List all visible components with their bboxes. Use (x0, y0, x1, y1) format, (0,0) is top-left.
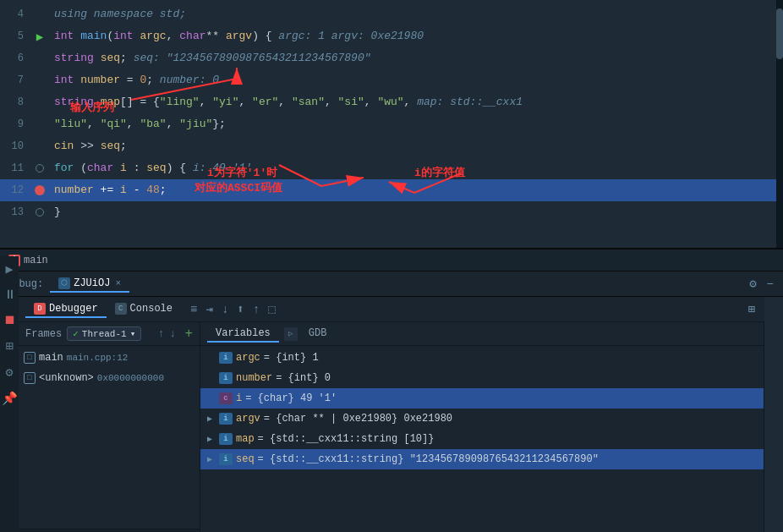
vars-tab-variables[interactable]: Variables (207, 326, 279, 343)
var-badge-i: c (219, 392, 233, 404)
debug-session-tab[interactable]: ⬡ ZJUiOJ × (50, 276, 129, 293)
line-content-6: string seq; seq: "1234567890987654321123… (47, 47, 783, 69)
pin-sidebar-icon[interactable]: 📌 (0, 389, 19, 409)
run-to-cursor-icon[interactable]: ↑ (250, 301, 262, 318)
breakpoint-active-12[interactable] (35, 185, 45, 195)
frames-title: Frames (25, 328, 62, 340)
evaluate-icon[interactable]: ⬚ (266, 300, 277, 318)
line-num-12: 12 (0, 184, 32, 196)
var-badge-argc: i (219, 352, 233, 364)
var-expand-argv[interactable]: ▶ (207, 414, 216, 424)
left-sidebar: ▶ ⏸ ⏹ ⊞ ⚙ 📌 (0, 256, 19, 532)
var-item-argv[interactable]: ▶i argv = {char ** | 0xe21980} 0xe21980 (200, 409, 764, 429)
line-num-13: 13 (0, 206, 32, 218)
line-num-9: 9 (0, 118, 32, 130)
main-label: main (24, 255, 48, 266)
settings-icon[interactable]: ⚙ (747, 275, 758, 293)
var-badge-number: i (219, 372, 233, 384)
status-bar-code: i main (0, 250, 783, 271)
chevron-down-icon: ▾ (130, 328, 136, 339)
var-item-map[interactable]: ▶i map = {std::__cxx11::string [10]} (200, 429, 764, 449)
var-item-number[interactable]: i number = {int} 0 (200, 368, 764, 388)
line-gutter-5: ▶ (32, 30, 47, 44)
gdb-icon: ▷ (284, 327, 298, 341)
stop-sidebar-icon[interactable]: ⏹ (2, 311, 18, 330)
debugger-tabs-row: D Debugger C Console ≡ ⇥ ↓ ⬆ ↑ ⬚ ⊞ (19, 297, 764, 322)
debug-panels: Frames ✓ Thread-1 ▾ ↑ ↓ + □ main (19, 322, 764, 532)
thread-name: Thread-1 (82, 329, 127, 339)
frame-item-unknown[interactable]: □ <unknown> 0x0000000000 (19, 368, 200, 388)
nav-icons: ↑ ↓ (156, 327, 178, 340)
var-val-seq: = {std::__cxx11::string} "12345678909876… (258, 453, 599, 465)
line-gutter-12 (32, 185, 47, 195)
settings-sidebar-icon[interactable]: ⚙ (3, 363, 14, 382)
step-into-icon[interactable]: ↓ (219, 301, 231, 318)
add-frame-button[interactable]: + (184, 326, 193, 342)
var-item-argc[interactable]: i argc = {int} 1 (200, 348, 764, 368)
down-nav-icon[interactable]: ↓ (168, 327, 178, 340)
code-line-4: 4using namespace std; (0, 3, 783, 25)
var-name-argc: argc (236, 352, 260, 364)
line-num-6: 6 (0, 52, 32, 64)
step-over-icon[interactable]: ⇥ (203, 300, 215, 318)
line-content-11: for (char i : seq) { i: 49 '1' (47, 157, 783, 179)
var-val-argc: = {int} 1 (264, 352, 319, 364)
debug-toolbar: Debug: ⬡ ZJUiOJ × ⚙ − (0, 271, 783, 297)
frame-name-unknown: <unknown> (39, 372, 94, 384)
var-val-i: = {char} 49 '1' (245, 392, 337, 404)
vars-tab-gdb[interactable]: GDB (300, 326, 336, 343)
thread-selector[interactable]: ✓ Thread-1 ▾ (67, 326, 141, 341)
var-expand-map[interactable]: ▶ (207, 434, 216, 444)
vars-header: Variables ▷ GDB (200, 322, 764, 346)
var-name-map: map (236, 433, 255, 445)
tab-debugger-label: Debugger (49, 303, 98, 315)
line-num-11: 11 (0, 162, 32, 174)
line-num-4: 4 (0, 8, 32, 20)
frame-name-main: main (39, 352, 63, 364)
main-wrapper: 4using namespace std;5▶int main(int argc… (0, 0, 783, 532)
line-content-10: cin >> seq; (47, 135, 783, 157)
close-session-icon[interactable]: × (115, 278, 121, 288)
step-out-icon[interactable]: ⬆ (234, 300, 246, 318)
toolbar-right-icons: ⊞ (746, 302, 758, 316)
debug-section: D Debugger C Console ≡ ⇥ ↓ ⬆ ↑ ⬚ ⊞ (19, 297, 764, 532)
var-expand-seq[interactable]: ▶ (207, 454, 216, 464)
frame-sub-unknown: 0x0000000000 (97, 373, 164, 383)
frame-icon-unknown: □ (24, 372, 36, 384)
line-content-9: "liu", "qi", "ba", "jiu"}; (47, 113, 783, 135)
breakpoint-hollow-13[interactable] (36, 208, 44, 217)
session-icon: ⬡ (58, 277, 70, 289)
resume-icon[interactable]: ≡ (188, 301, 200, 318)
minus-icon[interactable]: − (764, 276, 776, 293)
frames-header: Frames ✓ Thread-1 ▾ ↑ ↓ + (19, 322, 200, 346)
code-line-5: 5▶int main(int argc, char** argv) { argc… (0, 25, 783, 47)
session-name: ZJUiOJ (74, 277, 110, 289)
tab-debugger[interactable]: D Debugger (25, 301, 107, 318)
editor-area: 4using namespace std;5▶int main(int argc… (0, 0, 783, 250)
line-content-12: number += i - 48; (47, 179, 783, 201)
tab-console[interactable]: C Console (107, 301, 181, 318)
var-badge-map: i (219, 433, 233, 445)
code-line-10: 10 cin >> seq; (0, 135, 783, 157)
code-line-7: 7 int number = 0; number: 0 (0, 69, 783, 91)
line-gutter-11 (32, 164, 47, 173)
line-content-7: int number = 0; number: 0 (47, 69, 783, 91)
up-nav-icon[interactable]: ↑ (156, 327, 167, 340)
settings-icon-2[interactable]: ⊞ (746, 301, 758, 318)
code-line-6: 6 string seq; seq: "12345678909876543211… (0, 47, 783, 69)
breakpoint-hollow-11[interactable] (36, 164, 44, 173)
pause-sidebar-icon[interactable]: ⏸ (2, 286, 18, 304)
editor-scrollbar[interactable] (776, 0, 783, 248)
line-num-7: 7 (0, 74, 32, 86)
frame-list: □ main main.cpp:12 □ <unknown> 0x0000000… (19, 346, 200, 529)
bookmark-sidebar-icon[interactable]: ⊞ (3, 337, 14, 356)
frame-item-main[interactable]: □ main main.cpp:12 (19, 348, 200, 368)
var-name-number: number (236, 372, 272, 384)
scrollbar-thumb[interactable] (776, 8, 783, 59)
frames-panel: Frames ✓ Thread-1 ▾ ↑ ↓ + □ main (19, 322, 200, 532)
var-item-i[interactable]: c i = {char} 49 '1' (200, 388, 764, 409)
code-line-12: 12 number += i - 48; (0, 179, 783, 201)
var-item-seq[interactable]: ▶i seq = {std::__cxx11::string} "1234567… (200, 449, 764, 469)
code-line-11: 11 for (char i : seq) { i: 49 '1' (0, 157, 783, 179)
resume-sidebar-icon[interactable]: ▶ (3, 260, 14, 279)
